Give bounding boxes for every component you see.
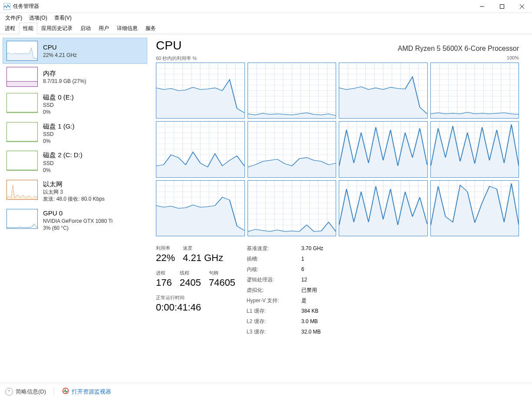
thumb-chart <box>7 151 38 171</box>
sidebar-item-3[interactable]: 磁盘 1 (G:)SSD0% <box>3 119 147 148</box>
info-key-5: Hyper-V 支持: <box>247 297 299 304</box>
sidebar-item-title: 以太网 <box>43 180 105 188</box>
svg-marker-11 <box>7 185 37 199</box>
info-key-7: L2 缓存: <box>247 318 299 325</box>
threads-label: 线程 <box>180 270 201 276</box>
thumb-chart <box>7 67 38 87</box>
utilization-value: 22% <box>156 252 175 264</box>
menu-view[interactable]: 查看(V) <box>51 13 75 23</box>
info-key-1: 插槽: <box>247 255 299 263</box>
handles-label: 句柄 <box>209 270 235 276</box>
sidebar-item-5[interactable]: 以太网以太网 3发送: 48.0 接收: 80.0 Kbps <box>3 177 147 206</box>
thumb-chart <box>7 209 38 229</box>
info-val-8: 32.0 MB <box>301 329 324 335</box>
sidebar-item-sub: 22% 4.21 GHz <box>43 52 77 59</box>
tab-3[interactable]: 启动 <box>76 23 95 34</box>
titlebar: 任务管理器 <box>0 0 532 13</box>
info-val-6: 384 KB <box>301 308 324 314</box>
tab-1[interactable]: 性能 <box>19 23 37 34</box>
brief-info-link[interactable]: ⌃ 简略信息(D) <box>5 388 46 396</box>
chevron-up-icon: ⌃ <box>5 388 13 396</box>
sidebar-item-sub2: 0% <box>43 109 74 116</box>
info-val-2: 6 <box>301 266 324 272</box>
maximize-button[interactable] <box>492 0 512 13</box>
tab-0[interactable]: 进程 <box>1 23 19 34</box>
menubar: 文件(F) 选项(O) 查看(V) <box>0 13 532 23</box>
core-chart-0[interactable] <box>156 63 245 119</box>
sidebar-item-sub2: 0% <box>43 138 75 145</box>
sidebar-item-sub: SSD <box>43 160 83 167</box>
axis-right-label: 100% <box>507 55 519 62</box>
sidebar-item-6[interactable]: GPU 0NVIDIA GeForce GTX 1080 Ti3% (60 °C… <box>3 206 147 235</box>
core-chart-3[interactable] <box>430 63 519 119</box>
sidebar-item-2[interactable]: 磁盘 0 (E:)SSD0% <box>3 90 147 119</box>
tabstrip: 进程性能应用历史记录启动用户详细信息服务 <box>0 23 532 34</box>
core-chart-6[interactable] <box>339 121 428 177</box>
footer: ⌃ 简略信息(D) 打开资源监视器 <box>0 383 532 400</box>
divider <box>54 387 54 396</box>
sidebar-item-4[interactable]: 磁盘 2 (C: D:)SSD0% <box>3 148 147 177</box>
info-key-6: L1 缓存: <box>247 307 299 315</box>
info-key-0: 基准速度: <box>247 245 299 252</box>
sidebar-item-title: 磁盘 1 (G:) <box>43 122 75 131</box>
info-key-4: 虚拟化: <box>247 287 299 294</box>
core-chart-2[interactable] <box>339 63 428 119</box>
sidebar-item-title: CPU <box>43 43 77 52</box>
tab-2[interactable]: 应用历史记录 <box>37 23 76 34</box>
core-chart-5[interactable] <box>248 121 337 177</box>
sidebar-item-sub: NVIDIA GeForce GTX 1080 Ti <box>43 218 112 225</box>
info-table: 基准速度:3.70 GHz插槽:1内核:6逻辑处理器:12虚拟化:已禁用Hype… <box>247 245 324 336</box>
close-button[interactable] <box>512 0 532 13</box>
core-chart-9[interactable] <box>248 180 337 236</box>
thumb-chart <box>7 93 38 113</box>
sidebar-item-sub: SSD <box>43 131 75 138</box>
info-key-3: 逻辑处理器: <box>247 276 299 284</box>
info-val-3: 12 <box>301 277 324 283</box>
speed-label: 速度 <box>183 245 223 251</box>
tab-5[interactable]: 详细信息 <box>113 23 142 34</box>
core-chart-7[interactable] <box>430 121 519 177</box>
threads-value: 2405 <box>180 277 201 288</box>
tab-6[interactable]: 服务 <box>142 23 160 34</box>
sidebar-item-title: GPU 0 <box>43 209 112 218</box>
utilization-label: 利用率 <box>156 245 175 251</box>
sidebar-item-sub: 以太网 3 <box>43 188 105 195</box>
sidebar-item-title: 磁盘 2 (C: D:) <box>43 151 83 159</box>
sidebar-item-sub2: 发送: 48.0 接收: 80.0 Kbps <box>43 195 105 202</box>
open-resource-monitor-link[interactable]: 打开资源监视器 <box>62 387 111 396</box>
info-key-8: L3 缓存: <box>247 328 299 336</box>
resource-monitor-icon <box>62 387 69 396</box>
sidebar-item-1[interactable]: 内存8.7/31.9 GB (27%) <box>3 64 147 90</box>
core-chart-10[interactable] <box>339 180 428 236</box>
main-panel: CPU AMD Ryzen 5 5600X 6-Core Processor 6… <box>150 34 532 383</box>
thumb-chart <box>7 41 38 61</box>
info-val-1: 1 <box>301 256 324 262</box>
thumb-chart <box>7 122 38 142</box>
window-title: 任务管理器 <box>13 3 472 10</box>
svg-rect-6 <box>7 82 37 86</box>
info-key-2: 内核: <box>247 266 299 273</box>
sidebar-item-0[interactable]: CPU22% 4.21 GHz <box>3 38 147 64</box>
processes-value: 176 <box>156 277 172 288</box>
sidebar-item-title: 磁盘 0 (E:) <box>43 93 74 102</box>
sidebar: CPU22% 4.21 GHz内存8.7/31.9 GB (27%)磁盘 0 (… <box>0 34 150 383</box>
handles-value: 74605 <box>209 277 235 288</box>
uptime-label: 正常运行时间 <box>156 294 235 301</box>
info-val-7: 3.0 MB <box>301 318 324 324</box>
core-chart-4[interactable] <box>156 121 245 177</box>
sidebar-item-sub: SSD <box>43 102 74 109</box>
sidebar-item-sub: 8.7/31.9 GB (27%) <box>43 78 86 85</box>
speed-value: 4.21 GHz <box>183 252 223 264</box>
menu-options[interactable]: 选项(O) <box>26 13 50 23</box>
minimize-button[interactable] <box>472 0 492 13</box>
sidebar-item-sub2: 3% (60 °C) <box>43 225 112 231</box>
core-chart-8[interactable] <box>156 180 245 236</box>
tab-4[interactable]: 用户 <box>95 23 113 34</box>
info-val-4: 已禁用 <box>301 287 324 294</box>
core-chart-11[interactable] <box>430 180 519 236</box>
sidebar-item-sub2: 0% <box>43 167 83 174</box>
core-chart-1[interactable] <box>248 63 337 119</box>
thumb-chart <box>7 180 38 200</box>
menu-file[interactable]: 文件(F) <box>2 13 26 23</box>
info-val-5: 是 <box>301 297 324 304</box>
